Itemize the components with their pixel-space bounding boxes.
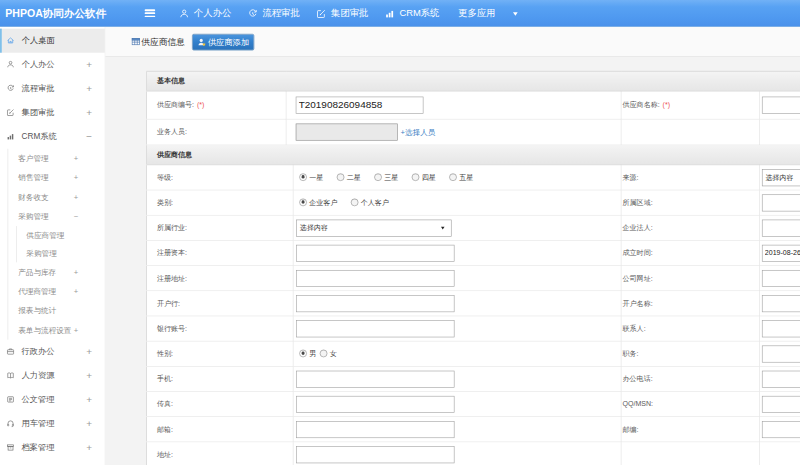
nav-process-approval[interactable]: 流程审批 — [240, 0, 309, 27]
collapse-icon[interactable]: − — [86, 125, 92, 149]
expand-icon[interactable]: + — [86, 412, 92, 436]
nav-crm-system[interactable]: CRM系统 — [377, 0, 448, 27]
nav-more-apps[interactable]: 更多应用 — [450, 0, 526, 27]
website-input[interactable] — [762, 270, 800, 287]
contact-input[interactable] — [762, 320, 800, 337]
expand-icon[interactable]: + — [74, 187, 78, 206]
industry-select[interactable]: 选择内容 — [296, 219, 451, 236]
field-value-cell — [759, 266, 800, 291]
source-select[interactable]: 选择内容 — [762, 169, 800, 186]
expand-icon[interactable]: + — [74, 168, 78, 187]
nav-personal-office[interactable]: 个人办公 — [171, 0, 240, 27]
nav-label: 更多应用 — [458, 7, 495, 19]
radio-grade-4[interactable] — [412, 173, 420, 181]
expand-icon[interactable]: + — [74, 149, 78, 168]
sidebar-item-label: 客户管理 — [18, 154, 48, 163]
sidebar-item-finance[interactable]: 财务收支 + — [8, 187, 105, 206]
field-label: 类别: — [147, 190, 293, 215]
expand-icon[interactable]: + — [86, 53, 92, 77]
region-input[interactable] — [762, 194, 800, 211]
sidebar-item-vehicle-mgmt[interactable]: 用车管理 + — [0, 412, 105, 436]
select-value: 选择内容 — [765, 173, 793, 181]
radio-grade-3[interactable] — [374, 173, 382, 181]
expand-icon[interactable]: + — [74, 320, 78, 339]
choose-staff-link[interactable]: +选择人员 — [401, 127, 436, 136]
tab-supplier-info[interactable]: 供应商信息 — [131, 27, 185, 56]
email-input[interactable] — [296, 421, 454, 438]
sidebar-item-personal-desktop[interactable]: 个人桌面 — [0, 29, 105, 53]
radio-gender-male[interactable] — [299, 349, 307, 357]
sidebar-item-admin-office[interactable]: 行政办公 + — [0, 340, 105, 364]
registered-address-input[interactable] — [296, 270, 454, 287]
zip-input[interactable] — [762, 421, 800, 438]
process-icon — [248, 8, 258, 18]
expand-icon[interactable]: + — [86, 364, 92, 388]
supplier-name-input[interactable] — [762, 97, 800, 114]
bank-input[interactable] — [296, 295, 454, 312]
supplier-no-input[interactable] — [296, 97, 424, 114]
empty-cell — [759, 442, 800, 465]
sidebar-item-hr[interactable]: 人力资源 + — [0, 364, 105, 388]
fax-input[interactable] — [296, 396, 454, 413]
field-label-text: 地址: — [157, 450, 173, 458]
position-input[interactable] — [762, 345, 800, 362]
radio-grade-2[interactable] — [337, 173, 345, 181]
registered-capital-input[interactable] — [296, 245, 454, 262]
sidebar-item-supplier-mgmt[interactable]: 供应商管理 — [17, 226, 105, 244]
expand-icon[interactable]: + — [86, 101, 92, 125]
account-name-input[interactable] — [762, 295, 800, 312]
collapse-icon[interactable]: − — [74, 207, 78, 226]
field-label-text: 开户行: — [157, 299, 180, 307]
radio-category-personal[interactable] — [351, 198, 359, 206]
radio-gender-female[interactable] — [320, 349, 328, 357]
field-label-text: 所属区域: — [623, 198, 653, 206]
expand-icon[interactable]: + — [86, 388, 92, 412]
sidebar-item-product-stock[interactable]: 产品与库存 + — [8, 262, 105, 281]
sidebar-item-personal-office[interactable]: 个人办公 + — [0, 53, 105, 77]
field-label-text: QQ/MSN: — [623, 400, 653, 408]
sidebar-item-group-approval[interactable]: 集团审批 + — [0, 101, 105, 125]
legal-person-input[interactable] — [762, 219, 800, 236]
sidebar-item-form-flow-settings[interactable]: 表单与流程设置 + — [8, 320, 105, 339]
address-input[interactable] — [296, 446, 454, 463]
sidebar-item-process-approval[interactable]: 流程审批 + — [0, 77, 105, 101]
sidebar-item-reports[interactable]: 报表与统计 — [8, 301, 105, 320]
sidebar-item-archive-mgmt[interactable]: 档案管理 + — [0, 436, 105, 460]
nav-group-approval[interactable]: 集团审批 — [308, 0, 377, 27]
field-value-cell — [759, 291, 800, 316]
sidebar-item-agent-mgmt[interactable]: 代理商管理 + — [8, 282, 105, 301]
radio-grade-1[interactable] — [299, 173, 307, 181]
sidebar-collapse-button[interactable] — [145, 9, 156, 17]
sidebar-item-crm[interactable]: CRM系统 − — [0, 125, 105, 149]
field-label: 性别: — [147, 341, 293, 366]
expand-icon[interactable]: + — [86, 77, 92, 101]
sidebar-item-document-mgmt[interactable]: 公文管理 + — [0, 388, 105, 412]
sidebar-item-purchase[interactable]: 采购管理 — [17, 244, 105, 262]
sidebar-item-customer-mgmt[interactable]: 客户管理 + — [8, 149, 105, 168]
qq-msn-input[interactable] — [762, 396, 800, 413]
sidebar-item-sales-mgmt[interactable]: 销售管理 + — [8, 168, 105, 187]
sidebar-item-purchase-mgmt[interactable]: 采购管理 − — [8, 207, 105, 226]
sidebar-item-label: 档案管理 — [22, 443, 55, 452]
expand-icon[interactable]: + — [86, 340, 92, 364]
field-label: 所属行业: — [147, 215, 293, 240]
expand-icon[interactable]: + — [86, 436, 92, 460]
office-phone-input[interactable] — [762, 370, 800, 387]
field-value-cell — [759, 240, 800, 265]
bank-account-input[interactable] — [296, 320, 454, 337]
sidebar-item-label: 个人桌面 — [22, 36, 55, 45]
mobile-input[interactable] — [296, 370, 454, 387]
empty-cell — [759, 119, 800, 145]
section-title: 基本信息 — [147, 71, 800, 91]
sidebar-item-label: CRM系统 — [22, 132, 57, 141]
tab-label: 供应商添加 — [208, 37, 249, 48]
radio-grade-5[interactable] — [449, 173, 457, 181]
field-label-text: 企业法人: — [623, 223, 653, 231]
sidebar-item-label: 采购管理 — [18, 212, 48, 221]
expand-icon[interactable]: + — [74, 282, 78, 301]
founded-date-input[interactable] — [762, 245, 800, 262]
tab-supplier-add[interactable]: 供应商添加 — [192, 34, 254, 50]
expand-icon[interactable]: + — [74, 262, 78, 281]
radio-category-company[interactable] — [299, 198, 307, 206]
staff-input[interactable] — [296, 124, 398, 141]
